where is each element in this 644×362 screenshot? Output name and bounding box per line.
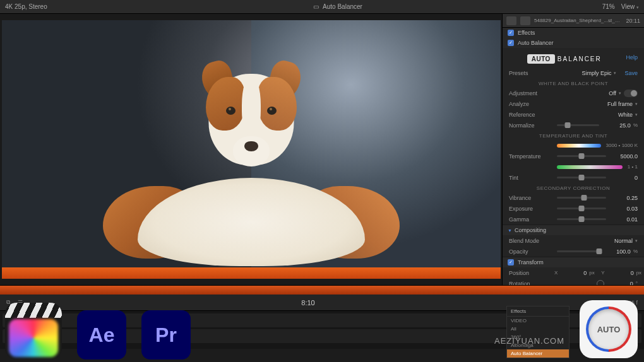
window-icon: ▭ <box>313 3 319 10</box>
adjustment-toggle[interactable] <box>624 90 638 97</box>
normalize-slider[interactable] <box>557 124 599 126</box>
temperature-gradient <box>557 144 601 148</box>
temperature-slider[interactable] <box>557 155 606 157</box>
position-x[interactable]: 0 <box>560 270 587 276</box>
clip-time: 20:11 <box>626 18 640 24</box>
zoom-level[interactable]: 71% <box>602 3 615 10</box>
app-icon-overlay: Ae Pr <box>5 303 191 359</box>
effects-browser: Effects VIDEO All 360° Albondiga Auto Ba… <box>506 306 569 358</box>
reference-dropdown[interactable]: White <box>606 112 633 118</box>
checkbox-icon[interactable]: ✓ <box>508 30 514 36</box>
checkbox-icon[interactable]: ✓ <box>508 40 514 46</box>
analyze-dropdown[interactable]: Full frame <box>606 101 633 107</box>
info-tab-icon[interactable] <box>520 16 530 25</box>
viewer-panel[interactable] <box>0 14 502 285</box>
preview-image <box>2 20 501 279</box>
inspector-panel: 548829_Australian_Shepherd_...st_By_Brad… <box>502 14 644 285</box>
section-secondary: SECONDARY CORRECTION <box>503 183 644 192</box>
help-link[interactable]: Help <box>626 54 638 61</box>
after-effects-icon: Ae <box>77 310 126 359</box>
save-preset-button[interactable]: Save <box>624 70 638 76</box>
transform-section[interactable]: ✓Transform <box>503 257 644 267</box>
timeline-scrubber[interactable] <box>0 286 644 295</box>
watermark-text: AEZIYUAN.COM <box>494 336 564 346</box>
preset-dropdown[interactable]: Simply Epic <box>581 70 611 76</box>
video-tab-icon[interactable] <box>506 16 516 25</box>
exposure-slider[interactable] <box>557 207 606 209</box>
rotation-dial-icon[interactable] <box>597 280 604 286</box>
plugin-logo: Help AUTOBALANCER <box>503 48 644 67</box>
format-info: 4K 25p, Stereo <box>5 3 100 10</box>
tint-slider[interactable] <box>557 177 606 178</box>
plugin-row[interactable]: ✓Auto Balancer <box>503 38 644 48</box>
checkbox-icon[interactable]: ✓ <box>508 259 514 266</box>
view-menu[interactable]: View ▾ <box>621 3 639 10</box>
project-title: ▭Auto Balancer <box>100 3 576 10</box>
clip-name: 548829_Australian_Shepherd_...st_By_Brad… <box>534 18 622 23</box>
vibrance-slider[interactable] <box>557 197 606 199</box>
fx-category-all[interactable]: All <box>507 325 569 333</box>
opacity-slider[interactable] <box>557 250 599 252</box>
rotation-value[interactable]: 0 <box>607 281 633 286</box>
blend-dropdown[interactable]: Normal <box>606 238 633 244</box>
premiere-pro-icon: Pr <box>141 310 191 359</box>
top-toolbar: 4K 25p, Stereo ▭Auto Balancer 71% View ▾ <box>0 0 644 14</box>
section-white-black: WHITE AND BLACK POINT <box>503 78 644 88</box>
effects-section[interactable]: ✓Effects <box>503 28 644 38</box>
presets-row: Presets Simply Epic▾ Save <box>503 67 644 78</box>
compositing-section[interactable]: ▼Compositing <box>503 225 644 235</box>
position-y[interactable]: 0 <box>607 270 634 276</box>
adjustment-value[interactable]: Off <box>590 90 616 96</box>
effects-browser-header: Effects <box>507 307 569 317</box>
section-temp-tint: TEMPERATURE AND TINT <box>503 131 644 140</box>
fx-category-selected[interactable]: Auto Balancer <box>507 349 569 358</box>
inspector-header: 548829_Australian_Shepherd_...st_By_Brad… <box>503 14 644 28</box>
final-cut-pro-icon <box>5 303 62 359</box>
gamma-slider[interactable] <box>557 218 606 220</box>
fx-category-video: VIDEO <box>507 317 569 325</box>
auto-balancer-icon: AUTO <box>580 300 638 358</box>
tint-gradient <box>557 165 623 169</box>
